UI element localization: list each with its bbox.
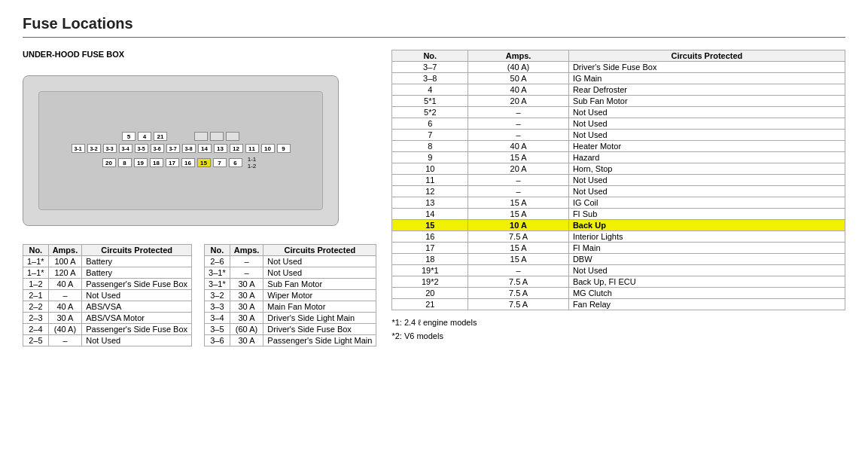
- table-cell: Main Fan Motor: [263, 301, 376, 313]
- table-cell: Sub Fan Motor: [263, 279, 376, 290]
- table-cell: 21: [392, 299, 468, 310]
- table-cell: 3–5: [205, 324, 230, 335]
- table-row: 3–330 AMain Fan Motor: [205, 301, 376, 313]
- table-cell: Battery: [82, 256, 192, 267]
- table-cell: 3–2: [205, 290, 230, 301]
- table-cell: (40 A): [468, 62, 569, 73]
- fuse-3-7: 3-7: [166, 144, 180, 153]
- table-cell: Passenger's Side Fuse Box: [82, 279, 192, 290]
- table-cell: IG Main: [568, 73, 845, 84]
- table-cell: –: [468, 107, 569, 118]
- table-cell: 30 A: [48, 313, 82, 324]
- table-cell: 3–7: [392, 62, 468, 73]
- table-cell: 18: [392, 254, 468, 265]
- table-cell: IG Coil: [568, 197, 845, 209]
- table-cell: 3–1*: [205, 279, 230, 290]
- right-table-header-amps: Amps.: [468, 50, 569, 62]
- table-cell: 6: [392, 118, 468, 130]
- mid-table-header-circuits: Circuits Protected: [263, 245, 376, 256]
- table-cell: 2–1: [23, 290, 49, 301]
- table-row: 11–Not Used: [392, 175, 845, 186]
- table-cell: 5*1: [392, 96, 468, 107]
- table-row: 2–5–Not Used: [23, 335, 192, 346]
- table-cell: 15: [392, 220, 468, 231]
- left-table-header-circuits: Circuits Protected: [82, 245, 192, 256]
- table-cell: 9: [392, 152, 468, 163]
- table-cell: 15 A: [468, 152, 569, 163]
- table-cell: Driver's Side Fuse Box: [263, 324, 376, 335]
- fuse-9: 9: [277, 144, 291, 153]
- fuse-21: 21: [154, 132, 167, 141]
- table-cell: 16: [392, 231, 468, 243]
- bottom-tables: No. Amps. Circuits Protected 1–1*100 ABa…: [23, 244, 376, 346]
- table-cell: Passenger's Side Light Main: [263, 335, 376, 346]
- table-cell: 3–6: [205, 335, 230, 346]
- table-cell: Rear Defroster: [568, 84, 845, 96]
- table-row: 12–Not Used: [392, 186, 845, 197]
- table-cell: Driver's Side Light Main: [263, 313, 376, 324]
- fuse-4: 4: [138, 132, 151, 141]
- table-cell: 15 A: [468, 243, 569, 254]
- left-column: UNDER-HOOD FUSE BOX 5 4 21 3-1 3-2: [23, 50, 376, 346]
- table-cell: 17: [392, 243, 468, 254]
- table-cell: Back Up, FI ECU: [568, 276, 845, 288]
- table-row: 5*120 ASub Fan Motor: [392, 96, 845, 107]
- table-cell: 40 A: [48, 279, 82, 290]
- table-cell: –: [230, 256, 263, 267]
- table-row: 3–5(60 A)Driver's Side Fuse Box: [205, 324, 376, 335]
- table-cell: –: [230, 267, 263, 279]
- footnote-line: *2: V6 models: [391, 330, 845, 343]
- table-row: 1–1*120 ABattery: [23, 267, 192, 279]
- table-row: 1415 AFI Sub: [392, 209, 845, 220]
- table-cell: 1–1*: [23, 267, 49, 279]
- footnotes: *1: 2.4 ℓ engine models*2: V6 models: [391, 316, 845, 343]
- table-row: 2–6–Not Used: [205, 256, 376, 267]
- table-cell: Horn, Stop: [568, 163, 845, 175]
- table-cell: Not Used: [568, 118, 845, 130]
- middle-fuse-table: No. Amps. Circuits Protected 2–6–Not Use…: [204, 244, 376, 346]
- table-row: 217.5 AFan Relay: [392, 299, 845, 310]
- table-cell: 2–6: [205, 256, 230, 267]
- fuse-11: 11: [245, 144, 259, 153]
- table-cell: –: [48, 290, 82, 301]
- fuse-row-mid: 3-1 3-2 3-3 3-4 3-5 3-6 3-7 3-8 14 13 12…: [72, 144, 291, 153]
- table-row: 2–4(40 A)Passenger's Side Fuse Box: [23, 324, 192, 335]
- fuse-18: 18: [150, 158, 163, 167]
- table-row: 19*1–Not Used: [392, 265, 845, 276]
- fuse-3-2: 3-2: [87, 144, 101, 153]
- table-cell: 1–2: [23, 279, 49, 290]
- table-row: 3–630 APassenger's Side Light Main: [205, 335, 376, 346]
- table-row: 3–7(40 A)Driver's Side Fuse Box: [392, 62, 845, 73]
- table-cell: (40 A): [48, 324, 82, 335]
- table-cell: Driver's Side Fuse Box: [568, 62, 845, 73]
- table-cell: 20 A: [468, 96, 569, 107]
- table-row: 167.5 AInterior Lights: [392, 231, 845, 243]
- table-row: 19*27.5 ABack Up, FI ECU: [392, 276, 845, 288]
- table-cell: Interior Lights: [568, 231, 845, 243]
- table-cell: 40 A: [48, 301, 82, 313]
- table-cell: Fan Relay: [568, 299, 845, 310]
- fuse-3-6: 3-6: [151, 144, 164, 153]
- table-cell: Not Used: [568, 107, 845, 118]
- table-cell: ABS/VSA Motor: [82, 313, 192, 324]
- page-title: Fuse Locations: [23, 15, 845, 32]
- table-cell: 14: [392, 209, 468, 220]
- table-cell: 3–4: [205, 313, 230, 324]
- fuse-3-5: 3-5: [135, 144, 148, 153]
- table-cell: FI Main: [568, 243, 845, 254]
- table-cell: –: [48, 335, 82, 346]
- table-cell: (60 A): [230, 324, 263, 335]
- table-cell: 12: [392, 186, 468, 197]
- table-cell: 19*1: [392, 265, 468, 276]
- table-cell: Sub Fan Motor: [568, 96, 845, 107]
- table-cell: –: [468, 130, 569, 141]
- table-row: 2–240 AABS/VSA: [23, 301, 192, 313]
- table-cell: Not Used: [82, 335, 192, 346]
- table-row: 915 AHazard: [392, 152, 845, 163]
- fuse-13: 13: [214, 144, 227, 153]
- table-cell: ABS/VSA: [82, 301, 192, 313]
- right-column: No. Amps. Circuits Protected 3–7(40 A)Dr…: [391, 50, 845, 343]
- table-cell: Not Used: [568, 130, 845, 141]
- table-row: 1–1*100 ABattery: [23, 256, 192, 267]
- table-cell: Not Used: [568, 175, 845, 186]
